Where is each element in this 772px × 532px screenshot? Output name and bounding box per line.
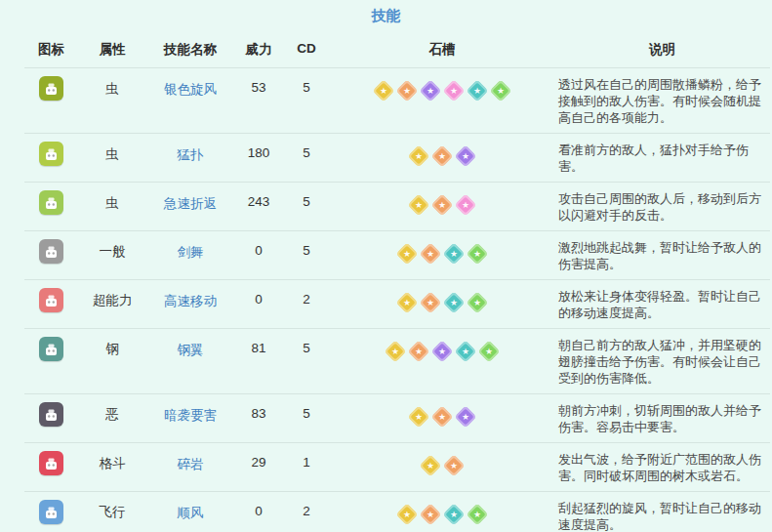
column-header-power: 威力: [234, 33, 283, 68]
stone-green-icon: ★: [478, 341, 501, 363]
skill-power-value: 83: [234, 394, 283, 443]
skill-description: 发出气波，给予附近广范围的敌人伤害。同时破坏周围的树木或岩石。: [554, 443, 770, 492]
skill-name-link[interactable]: 急速折返: [164, 196, 217, 211]
skill-power-value: 180: [234, 134, 283, 183]
skill-description: 放松来让身体变得轻盈。暂时让自己的移动速度提高。: [554, 280, 770, 329]
move-type-icon-dark: [39, 402, 63, 427]
skill-cd-value: 5: [283, 68, 330, 134]
skill-description: 朝自己前方的敌人猛冲，并用坚硬的翅膀撞击给予伤害。有时候会让自己受到的伤害降低。: [554, 329, 770, 394]
move-type-icon-bug: [39, 76, 63, 101]
skill-description: 透过风在自己的周围散播鳞粉，给予接触到的敌人伤害。有时候会随机提高自己的各项能力…: [554, 68, 770, 134]
stone-orange-icon: ★: [420, 243, 442, 266]
stone-yellow-icon: ★: [408, 145, 430, 168]
column-header-cd: CD: [283, 33, 330, 68]
skill-power-value: 29: [234, 443, 283, 492]
move-type-label: 虫: [78, 68, 146, 134]
move-type-label: 飞行: [78, 492, 146, 532]
table-header-row: 图标 属性 技能名称 威力 CD 石槽 说明: [24, 33, 770, 68]
move-type-label: 超能力: [78, 280, 146, 329]
skill-name-link[interactable]: 碎岩: [178, 457, 204, 471]
stone-slots: ★★★★★★: [332, 78, 552, 103]
stone-orange-icon: ★: [396, 80, 419, 102]
stone-yellow-icon: ★: [408, 406, 430, 429]
skill-power-value: 53: [234, 68, 283, 134]
skill-name-link[interactable]: 银色旋风: [164, 82, 217, 97]
move-type-icon-psychic: [39, 288, 63, 312]
skill-power-value: 0: [234, 492, 283, 532]
skill-name-link[interactable]: 钢翼: [178, 343, 204, 357]
skill-description: 攻击自己周围的敌人后，移动到后方以闪避对手的反击。: [554, 183, 770, 231]
move-type-icon-flying: [39, 500, 63, 524]
skill-name-link[interactable]: 顺风: [178, 506, 204, 520]
skill-cd-value: 5: [283, 134, 330, 183]
stone-teal-icon: ★: [443, 292, 466, 314]
table-row: 钢 钢翼 81 5 ★★★★★ 朝自己前方的敌人猛冲，并用坚硬的翅膀撞击给予伤害…: [24, 329, 770, 394]
stone-orange-icon: ★: [420, 292, 442, 314]
stone-teal-icon: ★: [455, 341, 477, 363]
skill-description: 朝前方冲刺，切斩周围的敌人并给予伤害。容易击中要害。: [554, 394, 770, 443]
move-type-icon-bug: [39, 142, 63, 166]
stone-purple-icon: ★: [455, 406, 477, 429]
stone-orange-icon: ★: [420, 504, 442, 526]
skill-name-link[interactable]: 剑舞: [178, 245, 204, 260]
stone-yellow-icon: ★: [420, 455, 442, 477]
move-type-icon-bug: [39, 190, 63, 215]
stone-slots: ★★★★: [332, 290, 552, 315]
stone-orange-icon: ★: [408, 341, 430, 363]
skill-cd-value: 5: [283, 329, 330, 394]
stone-slots: ★★★: [332, 404, 552, 430]
column-header-stones: 石槽: [330, 33, 554, 68]
skill-power-value: 0: [234, 280, 283, 329]
stone-pink-icon: ★: [443, 80, 466, 102]
table-row: 恶 暗袭要害 83 5 ★★★ 朝前方冲刺，切斩周围的敌人并给予伤害。容易击中要…: [24, 394, 770, 443]
stone-orange-icon: ★: [431, 145, 454, 168]
skill-name-link[interactable]: 暗袭要害: [164, 408, 217, 423]
skill-description: 看准前方的敌人，猛扑对手给予伤害。: [554, 134, 770, 183]
column-header-type: 属性: [78, 33, 146, 68]
move-type-label: 恶: [78, 394, 146, 443]
stone-yellow-icon: ★: [396, 292, 419, 314]
stone-orange-icon: ★: [431, 406, 454, 429]
stone-purple-icon: ★: [455, 145, 477, 168]
skill-cd-value: 2: [283, 492, 330, 532]
stone-green-icon: ★: [467, 292, 489, 314]
stone-slots: ★★★★: [332, 241, 552, 266]
column-header-desc: 说明: [554, 33, 770, 68]
table-row: 超能力 高速移动 0 2 ★★★★ 放松来让身体变得轻盈。暂时让自己的移动速度提…: [24, 280, 770, 329]
stone-slots: ★★★: [332, 143, 552, 169]
skill-power-value: 0: [234, 231, 283, 280]
stone-green-icon: ★: [490, 80, 512, 102]
stone-yellow-icon: ★: [396, 504, 419, 526]
stone-slots: ★★: [332, 453, 552, 478]
skill-name-link[interactable]: 猛扑: [178, 147, 204, 162]
move-type-icon-normal: [39, 239, 63, 264]
stone-pink-icon: ★: [455, 194, 477, 217]
stone-teal-icon: ★: [443, 504, 466, 526]
stone-slots: ★★★★: [332, 502, 552, 527]
skill-name-link[interactable]: 高速移动: [164, 294, 217, 308]
column-header-name: 技能名称: [146, 33, 234, 68]
skill-power-value: 243: [234, 183, 283, 231]
skill-cd-value: 1: [283, 443, 330, 492]
table-row: 虫 银色旋风 53 5 ★★★★★★ 透过风在自己的周围散播鳞粉，给予接触到的敌…: [24, 68, 770, 134]
table-row: 飞行 顺风 0 2 ★★★★ 刮起猛烈的旋风，暂时让自己的移动速度提高。: [24, 492, 770, 532]
skill-description: 刮起猛烈的旋风，暂时让自己的移动速度提高。: [554, 492, 770, 532]
move-type-label: 虫: [78, 183, 146, 231]
stone-slots: ★★★: [332, 192, 552, 218]
skill-table-body: 虫 银色旋风 53 5 ★★★★★★ 透过风在自己的周围散播鳞粉，给予接触到的敌…: [24, 68, 770, 532]
skill-power-value: 81: [234, 329, 283, 394]
move-type-icon-fighting: [39, 451, 63, 475]
stone-teal-icon: ★: [467, 80, 489, 102]
stone-purple-icon: ★: [420, 80, 442, 102]
move-type-label: 一般: [78, 231, 146, 280]
table-row: 一般 剑舞 0 5 ★★★★ 激烈地跳起战舞，暂时让给予敌人的伤害提高。: [24, 231, 770, 280]
stone-teal-icon: ★: [443, 243, 466, 266]
stone-yellow-icon: ★: [408, 194, 430, 217]
stone-green-icon: ★: [467, 504, 489, 526]
move-type-label: 格斗: [78, 443, 146, 492]
skill-cd-value: 2: [283, 280, 330, 329]
skill-cd-value: 5: [283, 394, 330, 443]
skill-description: 激烈地跳起战舞，暂时让给予敌人的伤害提高。: [554, 231, 770, 280]
column-header-icon: 图标: [24, 33, 78, 68]
stone-orange-icon: ★: [431, 194, 454, 217]
